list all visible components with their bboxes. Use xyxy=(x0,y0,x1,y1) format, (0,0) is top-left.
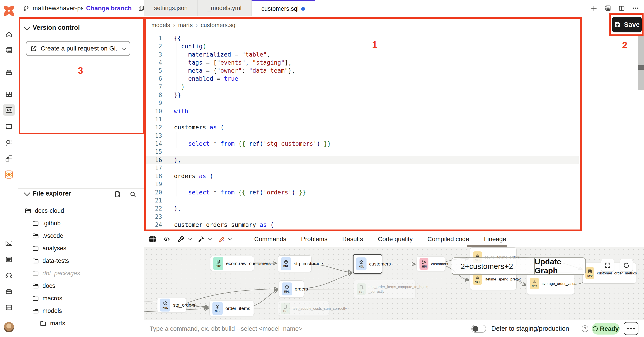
code-line[interactable]: 18orders as ( xyxy=(144,172,579,180)
help-icon[interactable]: ? xyxy=(582,325,588,332)
code-line[interactable]: 16), xyxy=(144,156,579,164)
code-line[interactable]: 11 xyxy=(144,115,579,123)
code-line[interactable]: 21 xyxy=(144,196,579,205)
code-line[interactable]: 8}} xyxy=(144,91,579,99)
code-line[interactable]: 12customers as ( xyxy=(144,123,579,131)
chevron-down-icon[interactable] xyxy=(188,237,192,241)
code-line[interactable]: 9 xyxy=(144,99,579,107)
code-line[interactable]: 20 select * from {{ ref('orders') }} xyxy=(144,188,579,196)
lineage-node-customers[interactable]: SEMcustomers xyxy=(416,257,445,271)
build-wrench-icon[interactable] xyxy=(177,235,185,243)
tab-results[interactable]: Results xyxy=(342,236,363,243)
file-tree-item--github[interactable]: .github xyxy=(18,217,144,230)
code-line[interactable]: 19 xyxy=(144,180,579,188)
journal-icon[interactable] xyxy=(604,5,611,12)
copilot-fix-icon[interactable] xyxy=(218,235,225,243)
search-icon[interactable] xyxy=(129,191,136,198)
code-line[interactable]: 14 select * from {{ ref('stg_customers')… xyxy=(144,140,579,148)
lineage-filter-input[interactable]: 2+customers+2 xyxy=(452,258,535,275)
code-line[interactable]: 13 xyxy=(144,132,579,140)
lineage-node-orders[interactable]: MDLorders xyxy=(279,281,304,298)
code-line[interactable]: 5 meta = {"owner": "data-team"}, xyxy=(144,67,579,75)
tab-code-quality[interactable]: Code quality xyxy=(378,236,413,243)
split-panel-icon[interactable] xyxy=(618,5,625,12)
lineage-node-ecom-raw-customers[interactable]: SRCecom.raw_customers xyxy=(210,256,254,271)
create-pr-button[interactable]: Create a pull request on Gi... xyxy=(26,41,130,56)
file-tree-item-marts[interactable]: marts xyxy=(18,317,144,330)
code-line[interactable]: 6 enabled = true xyxy=(144,75,579,83)
save-button[interactable]: Save xyxy=(612,17,642,32)
storage-icon[interactable] xyxy=(3,302,15,313)
tab-settings-json[interactable]: settings.json xyxy=(144,0,198,16)
code-line[interactable]: 17 xyxy=(144,164,579,172)
format-broom-icon[interactable] xyxy=(198,235,205,243)
code-line[interactable]: 3 materialized = "table", xyxy=(144,50,579,58)
chevron-down-icon[interactable] xyxy=(208,237,212,241)
code-lines[interactable]: 1{{2 config(3 materialized = "table",4 t… xyxy=(144,34,579,229)
branch-windows-icon[interactable] xyxy=(3,153,15,164)
code-editor-icon[interactable] xyxy=(3,104,15,116)
lineage-node-test-order-items-compute-to-bools-correctly[interactable]: TSTtest_order_items_compute_to_bools _co… xyxy=(354,280,416,298)
tab-models-yml[interactable]: _models.yml xyxy=(198,0,252,16)
journal-icon[interactable] xyxy=(3,44,15,56)
tab-commands[interactable]: Commands xyxy=(254,236,286,243)
file-tree-item-macros[interactable]: macros xyxy=(18,292,144,305)
lineage-node-stg-customers[interactable]: MDLstg_customers xyxy=(278,255,312,272)
file-tree-item-docs[interactable]: docs xyxy=(18,280,144,292)
file-tree-item-analyses[interactable]: analyses xyxy=(18,242,144,255)
lineage-node-stg-orders[interactable]: MDLstg_orders xyxy=(157,298,186,313)
avatar[interactable] xyxy=(4,322,14,332)
lineage-canvas[interactable]: SRCecom.raw_customersMDLstg_customersMDL… xyxy=(144,247,644,320)
file-tree-item-data-tests[interactable]: data-tests xyxy=(18,255,144,267)
drawer-icon[interactable] xyxy=(3,286,15,297)
terminal-icon[interactable] xyxy=(3,238,15,249)
more-icon[interactable] xyxy=(632,5,639,12)
code-line[interactable]: 22), xyxy=(144,205,579,213)
explorer-search-icon[interactable] xyxy=(3,137,15,148)
defer-toggle[interactable] xyxy=(471,325,486,333)
new-file-icon[interactable] xyxy=(114,191,121,198)
lineage-node-average-order-value[interactable]: METaverage_order_value xyxy=(527,272,574,295)
code-line[interactable]: 7 ) xyxy=(144,83,579,91)
code-line[interactable]: 24customer_orders_summary as ( xyxy=(144,221,579,229)
add-icon[interactable] xyxy=(590,5,598,12)
tab-lineage[interactable]: Lineage xyxy=(484,236,506,243)
orchestration-icon[interactable] xyxy=(3,121,15,132)
file-tree-item-dbt-packages[interactable]: dbt_packages xyxy=(18,267,144,280)
code-line[interactable]: 23 xyxy=(144,213,579,221)
file-explorer-header[interactable]: File explorer xyxy=(24,190,71,197)
change-branch-link[interactable]: Change branch xyxy=(86,5,132,12)
file-tree-item-docs-cloud[interactable]: docs-cloud xyxy=(18,205,144,217)
editor-scrollbar-thumb[interactable] xyxy=(638,65,644,70)
lineage-node-order-items[interactable]: MDLorder_items xyxy=(210,301,254,316)
dashboard-icon[interactable] xyxy=(3,88,15,100)
clipboard-icon[interactable] xyxy=(3,254,15,265)
chevron-down-icon[interactable] xyxy=(228,237,232,241)
file-tree-item-models[interactable]: models xyxy=(18,305,144,317)
tab-customers-sql[interactable]: customers.sql xyxy=(252,0,315,16)
branch-control[interactable]: matthewshaver-patc Change branch xyxy=(23,0,145,16)
tab-compiled-code[interactable]: Compiled code xyxy=(427,236,469,243)
copilot-atom-icon[interactable] xyxy=(3,169,15,180)
headset-icon[interactable] xyxy=(3,270,15,281)
lineage-node-test-supply-costs-sum-correctly[interactable]: TSTtest_supply_costs_sum_correctly xyxy=(278,301,330,316)
code-line[interactable]: 15 xyxy=(144,148,579,156)
code-line[interactable]: 1{{ xyxy=(144,34,579,42)
code-line[interactable]: 10with xyxy=(144,107,579,115)
home-icon[interactable] xyxy=(3,29,15,41)
compile-code-icon[interactable] xyxy=(163,235,170,243)
copy-icon[interactable] xyxy=(138,5,145,12)
tab-problems[interactable]: Problems xyxy=(301,236,327,243)
command-input[interactable]: Type a command, ex. dbt build --select <… xyxy=(150,320,302,337)
fullscreen-button[interactable] xyxy=(601,259,614,272)
pr-dropdown-caret[interactable] xyxy=(117,41,130,55)
editor-scrollbar-track[interactable] xyxy=(638,36,644,90)
code-line[interactable]: 4 tags = ["events", "staging"], xyxy=(144,58,579,67)
refresh-button[interactable] xyxy=(620,259,633,272)
lineage-node-customers[interactable]: MDLcustomers xyxy=(353,254,382,274)
file-tree-item--vscode[interactable]: .vscode xyxy=(18,230,144,242)
stack-icon[interactable] xyxy=(3,66,15,78)
code-line[interactable]: 2 config( xyxy=(144,42,579,50)
preview-table-icon[interactable] xyxy=(149,235,156,243)
more-options-button[interactable] xyxy=(624,322,638,335)
